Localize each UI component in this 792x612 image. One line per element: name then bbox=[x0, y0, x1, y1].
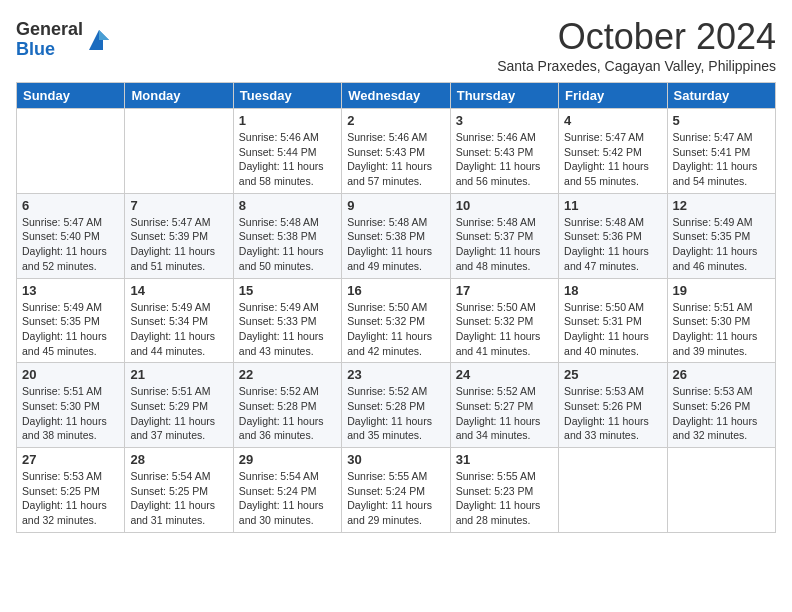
table-row: 24 Sunrise: 5:52 AMSunset: 5:27 PMDaylig… bbox=[450, 363, 558, 448]
table-row: 22 Sunrise: 5:52 AMSunset: 5:28 PMDaylig… bbox=[233, 363, 341, 448]
day-info: Sunrise: 5:48 AMSunset: 5:38 PMDaylight:… bbox=[347, 215, 444, 274]
table-row: 6 Sunrise: 5:47 AMSunset: 5:40 PMDayligh… bbox=[17, 193, 125, 278]
day-info: Sunrise: 5:48 AMSunset: 5:36 PMDaylight:… bbox=[564, 215, 661, 274]
table-row: 23 Sunrise: 5:52 AMSunset: 5:28 PMDaylig… bbox=[342, 363, 450, 448]
day-number: 19 bbox=[673, 283, 770, 298]
page-header: General Blue October 2024 Santa Praxedes… bbox=[16, 16, 776, 74]
day-info: Sunrise: 5:46 AMSunset: 5:44 PMDaylight:… bbox=[239, 130, 336, 189]
day-info: Sunrise: 5:47 AMSunset: 5:42 PMDaylight:… bbox=[564, 130, 661, 189]
logo-general: General bbox=[16, 19, 83, 39]
day-info: Sunrise: 5:53 AMSunset: 5:26 PMDaylight:… bbox=[564, 384, 661, 443]
day-number: 24 bbox=[456, 367, 553, 382]
header-thursday: Thursday bbox=[450, 83, 558, 109]
table-row bbox=[667, 448, 775, 533]
day-number: 9 bbox=[347, 198, 444, 213]
month-title: October 2024 bbox=[497, 16, 776, 58]
day-info: Sunrise: 5:49 AMSunset: 5:35 PMDaylight:… bbox=[673, 215, 770, 274]
day-info: Sunrise: 5:55 AMSunset: 5:24 PMDaylight:… bbox=[347, 469, 444, 528]
calendar-week-row: 6 Sunrise: 5:47 AMSunset: 5:40 PMDayligh… bbox=[17, 193, 776, 278]
day-number: 27 bbox=[22, 452, 119, 467]
calendar-week-row: 1 Sunrise: 5:46 AMSunset: 5:44 PMDayligh… bbox=[17, 109, 776, 194]
table-row: 2 Sunrise: 5:46 AMSunset: 5:43 PMDayligh… bbox=[342, 109, 450, 194]
table-row: 18 Sunrise: 5:50 AMSunset: 5:31 PMDaylig… bbox=[559, 278, 667, 363]
day-number: 6 bbox=[22, 198, 119, 213]
day-info: Sunrise: 5:52 AMSunset: 5:28 PMDaylight:… bbox=[239, 384, 336, 443]
logo-text: General Blue bbox=[16, 20, 83, 60]
day-number: 23 bbox=[347, 367, 444, 382]
table-row bbox=[125, 109, 233, 194]
day-number: 25 bbox=[564, 367, 661, 382]
day-number: 18 bbox=[564, 283, 661, 298]
subtitle: Santa Praxedes, Cagayan Valley, Philippi… bbox=[497, 58, 776, 74]
table-row: 17 Sunrise: 5:50 AMSunset: 5:32 PMDaylig… bbox=[450, 278, 558, 363]
day-number: 28 bbox=[130, 452, 227, 467]
day-number: 4 bbox=[564, 113, 661, 128]
table-row: 7 Sunrise: 5:47 AMSunset: 5:39 PMDayligh… bbox=[125, 193, 233, 278]
day-number: 20 bbox=[22, 367, 119, 382]
calendar-week-row: 27 Sunrise: 5:53 AMSunset: 5:25 PMDaylig… bbox=[17, 448, 776, 533]
day-info: Sunrise: 5:47 AMSunset: 5:41 PMDaylight:… bbox=[673, 130, 770, 189]
table-row: 5 Sunrise: 5:47 AMSunset: 5:41 PMDayligh… bbox=[667, 109, 775, 194]
table-row: 3 Sunrise: 5:46 AMSunset: 5:43 PMDayligh… bbox=[450, 109, 558, 194]
day-number: 5 bbox=[673, 113, 770, 128]
header-wednesday: Wednesday bbox=[342, 83, 450, 109]
day-number: 2 bbox=[347, 113, 444, 128]
header-sunday: Sunday bbox=[17, 83, 125, 109]
table-row: 20 Sunrise: 5:51 AMSunset: 5:30 PMDaylig… bbox=[17, 363, 125, 448]
calendar-header-row: Sunday Monday Tuesday Wednesday Thursday… bbox=[17, 83, 776, 109]
day-info: Sunrise: 5:48 AMSunset: 5:37 PMDaylight:… bbox=[456, 215, 553, 274]
day-info: Sunrise: 5:48 AMSunset: 5:38 PMDaylight:… bbox=[239, 215, 336, 274]
table-row: 25 Sunrise: 5:53 AMSunset: 5:26 PMDaylig… bbox=[559, 363, 667, 448]
day-info: Sunrise: 5:51 AMSunset: 5:29 PMDaylight:… bbox=[130, 384, 227, 443]
day-number: 31 bbox=[456, 452, 553, 467]
table-row: 28 Sunrise: 5:54 AMSunset: 5:25 PMDaylig… bbox=[125, 448, 233, 533]
day-number: 29 bbox=[239, 452, 336, 467]
table-row bbox=[17, 109, 125, 194]
day-number: 8 bbox=[239, 198, 336, 213]
logo-icon bbox=[85, 26, 113, 54]
day-number: 14 bbox=[130, 283, 227, 298]
day-number: 15 bbox=[239, 283, 336, 298]
calendar-week-row: 13 Sunrise: 5:49 AMSunset: 5:35 PMDaylig… bbox=[17, 278, 776, 363]
day-info: Sunrise: 5:49 AMSunset: 5:34 PMDaylight:… bbox=[130, 300, 227, 359]
day-info: Sunrise: 5:51 AMSunset: 5:30 PMDaylight:… bbox=[22, 384, 119, 443]
day-info: Sunrise: 5:53 AMSunset: 5:26 PMDaylight:… bbox=[673, 384, 770, 443]
header-monday: Monday bbox=[125, 83, 233, 109]
table-row: 1 Sunrise: 5:46 AMSunset: 5:44 PMDayligh… bbox=[233, 109, 341, 194]
header-tuesday: Tuesday bbox=[233, 83, 341, 109]
table-row: 31 Sunrise: 5:55 AMSunset: 5:23 PMDaylig… bbox=[450, 448, 558, 533]
calendar-table: Sunday Monday Tuesday Wednesday Thursday… bbox=[16, 82, 776, 533]
calendar-week-row: 20 Sunrise: 5:51 AMSunset: 5:30 PMDaylig… bbox=[17, 363, 776, 448]
day-info: Sunrise: 5:50 AMSunset: 5:32 PMDaylight:… bbox=[347, 300, 444, 359]
logo-blue: Blue bbox=[16, 39, 55, 59]
svg-marker-1 bbox=[99, 30, 109, 40]
table-row: 29 Sunrise: 5:54 AMSunset: 5:24 PMDaylig… bbox=[233, 448, 341, 533]
day-number: 13 bbox=[22, 283, 119, 298]
day-info: Sunrise: 5:55 AMSunset: 5:23 PMDaylight:… bbox=[456, 469, 553, 528]
day-number: 10 bbox=[456, 198, 553, 213]
day-info: Sunrise: 5:47 AMSunset: 5:40 PMDaylight:… bbox=[22, 215, 119, 274]
table-row: 16 Sunrise: 5:50 AMSunset: 5:32 PMDaylig… bbox=[342, 278, 450, 363]
table-row: 12 Sunrise: 5:49 AMSunset: 5:35 PMDaylig… bbox=[667, 193, 775, 278]
day-number: 26 bbox=[673, 367, 770, 382]
day-number: 30 bbox=[347, 452, 444, 467]
logo: General Blue bbox=[16, 20, 113, 60]
table-row: 21 Sunrise: 5:51 AMSunset: 5:29 PMDaylig… bbox=[125, 363, 233, 448]
day-info: Sunrise: 5:49 AMSunset: 5:35 PMDaylight:… bbox=[22, 300, 119, 359]
day-number: 7 bbox=[130, 198, 227, 213]
table-row: 27 Sunrise: 5:53 AMSunset: 5:25 PMDaylig… bbox=[17, 448, 125, 533]
day-number: 1 bbox=[239, 113, 336, 128]
table-row: 10 Sunrise: 5:48 AMSunset: 5:37 PMDaylig… bbox=[450, 193, 558, 278]
day-info: Sunrise: 5:54 AMSunset: 5:25 PMDaylight:… bbox=[130, 469, 227, 528]
day-number: 17 bbox=[456, 283, 553, 298]
header-friday: Friday bbox=[559, 83, 667, 109]
day-number: 22 bbox=[239, 367, 336, 382]
day-info: Sunrise: 5:46 AMSunset: 5:43 PMDaylight:… bbox=[456, 130, 553, 189]
day-info: Sunrise: 5:53 AMSunset: 5:25 PMDaylight:… bbox=[22, 469, 119, 528]
table-row: 11 Sunrise: 5:48 AMSunset: 5:36 PMDaylig… bbox=[559, 193, 667, 278]
day-info: Sunrise: 5:49 AMSunset: 5:33 PMDaylight:… bbox=[239, 300, 336, 359]
day-info: Sunrise: 5:54 AMSunset: 5:24 PMDaylight:… bbox=[239, 469, 336, 528]
day-info: Sunrise: 5:46 AMSunset: 5:43 PMDaylight:… bbox=[347, 130, 444, 189]
table-row: 26 Sunrise: 5:53 AMSunset: 5:26 PMDaylig… bbox=[667, 363, 775, 448]
table-row: 4 Sunrise: 5:47 AMSunset: 5:42 PMDayligh… bbox=[559, 109, 667, 194]
